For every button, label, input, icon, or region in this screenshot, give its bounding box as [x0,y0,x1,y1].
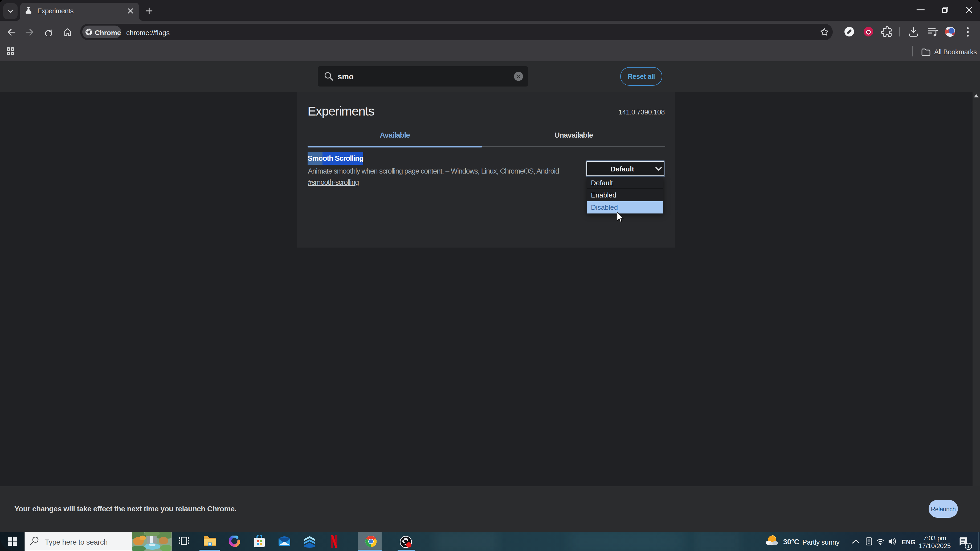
svg-text:1: 1 [967,544,970,549]
